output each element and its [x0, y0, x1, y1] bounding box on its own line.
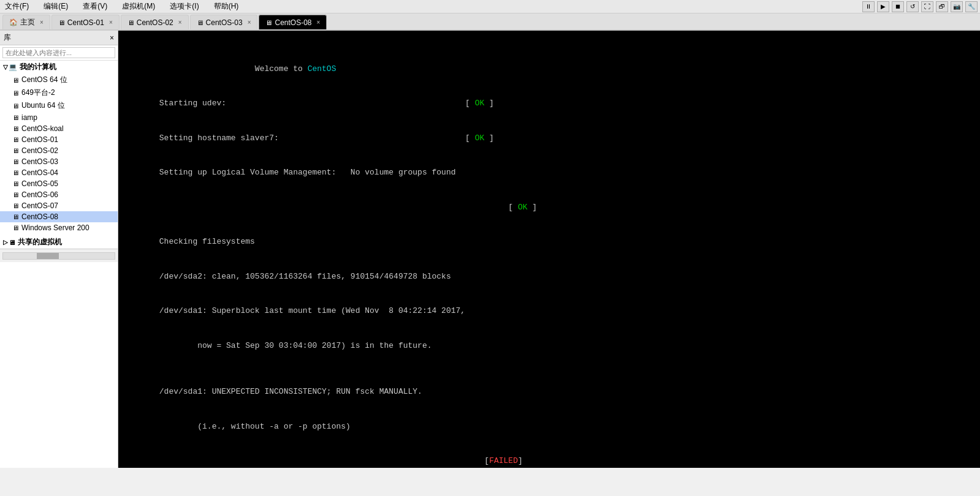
vm-list-icon: 🖥 — [12, 224, 19, 231]
sidebar-item-label: CentOS 64 位 — [21, 75, 67, 85]
tab-centos01[interactable]: 🖥 CentOS-01 × — [51, 15, 120, 29]
sidebar-item-label: iamp — [21, 113, 37, 122]
sidebar-item-winserver[interactable]: 🖥 Windows Server 200 — [0, 222, 118, 233]
failed-text: FAILED — [489, 456, 518, 465]
sidebar-item-label: CentOS-06 — [21, 190, 58, 199]
sidebar-scrollbar-thumb[interactable] — [37, 253, 59, 259]
tab-centos03-label: CentOS-03 — [206, 18, 243, 27]
sidebar-item-label: Windows Server 200 — [21, 224, 89, 232]
sidebar-item-649[interactable]: 🖥 649平台-2 — [0, 86, 118, 99]
titlebar-toolbar-icons: ⏸ ▶ ⏹ ↺ ⛶ 🗗 📷 🔧 — [862, 1, 978, 12]
sidebar: 库 × ▽ 💻 我的计算机 🖥 CentOS 64 位 🖥 649平台-2 🖥 … — [0, 31, 118, 468]
vm-list-icon: 🖥 — [12, 147, 19, 154]
sidebar-item-centos07[interactable]: 🖥 CentOS-07 — [0, 200, 118, 211]
sidebar-item-centos04[interactable]: 🖥 CentOS-04 — [0, 167, 118, 178]
console-line — [131, 40, 968, 52]
vm-icon-02: 🖥 — [127, 19, 134, 26]
ok-text: OK — [475, 133, 485, 143]
toolbar-icon-window[interactable]: 🗗 — [936, 1, 948, 12]
tab-centos01-label: CentOS-01 — [67, 18, 104, 27]
tab-centos03[interactable]: 🖥 CentOS-03 × — [190, 15, 258, 29]
tab-home-close[interactable]: × — [40, 19, 44, 26]
menu-tab[interactable]: 选项卡(I) — [167, 0, 201, 13]
sidebar-item-centos-koal[interactable]: 🖥 CentOS-koal — [0, 123, 118, 134]
sidebar-item-label: CentOS-05 — [21, 179, 58, 188]
menu-file[interactable]: 文件(F) — [2, 0, 31, 13]
sidebar-root-label: 我的计算机 — [20, 62, 56, 72]
toolbar-icon-fullscreen[interactable]: ⛶ — [921, 1, 933, 12]
tabbar: 🏠 主页 × 🖥 CentOS-01 × 🖥 CentOS-02 × 🖥 Cen… — [0, 13, 980, 31]
sidebar-item-label: CentOS-03 — [21, 157, 58, 166]
vm-list-icon: 🖥 — [12, 77, 19, 84]
sidebar-item-label: CentOS-08 — [21, 212, 58, 221]
menu-vm[interactable]: 虚拟机(M) — [120, 0, 158, 13]
ok-text: OK — [475, 99, 485, 108]
toolbar-icon-reset[interactable]: ↺ — [906, 1, 919, 12]
sidebar-item-iamp[interactable]: 🖥 iamp — [0, 112, 118, 123]
menu-edit[interactable]: 编辑(E) — [41, 0, 70, 13]
console-lvm-line: Setting up Logical Volume Management: No… — [131, 156, 968, 190]
sidebar-item-centos05[interactable]: 🖥 CentOS-05 — [0, 178, 118, 189]
sidebar-item-label: CentOS-07 — [21, 201, 58, 210]
sidebar-search-area — [0, 45, 118, 61]
console-sda2-line: /dev/sda2: clean, 105362/1163264 files, … — [131, 260, 968, 295]
sidebar-item-centos02[interactable]: 🖥 CentOS-02 — [0, 145, 118, 156]
console-inconsistency-line: /dev/sda1: UNEXPECTED INCONSISTENCY; RUN… — [131, 375, 968, 410]
sidebar-item-centos08[interactable]: 🖥 CentOS-08 — [0, 211, 118, 222]
vm-icon-03: 🖥 — [197, 19, 203, 26]
tab-centos08-close[interactable]: × — [317, 19, 321, 26]
toolbar-icon-manage[interactable]: 🔧 — [965, 1, 978, 12]
ok-text: OK — [518, 203, 528, 212]
console-sda1-superblock-line: /dev/sda1: Superblock last mount time (W… — [131, 295, 968, 329]
vm-list-icon: 🖥 — [12, 202, 19, 209]
tab-centos03-close[interactable]: × — [248, 19, 251, 26]
console-options-line: (i.e., without -a or -p options) — [131, 410, 968, 445]
sidebar-item-shared[interactable]: ▷ 🖥 共享的虚拟机 — [0, 236, 118, 249]
main-area: 库 × ▽ 💻 我的计算机 🖥 CentOS 64 位 🖥 649平台-2 🖥 … — [0, 31, 980, 468]
sidebar-item-label: CentOS-01 — [21, 135, 58, 144]
sidebar-item-centos06[interactable]: 🖥 CentOS-06 — [0, 189, 118, 200]
sidebar-search-input[interactable] — [2, 47, 115, 58]
sidebar-root-my-computer[interactable]: ▽ 💻 我的计算机 — [0, 61, 118, 73]
menu-view[interactable]: 查看(V) — [80, 0, 110, 13]
computer-icon: 💻 — [9, 63, 17, 71]
vm-list-icon: 🖥 — [12, 158, 19, 165]
console-output[interactable]: Welcome to CentOS Starting udev: [ OK ] … — [118, 31, 980, 468]
tab-centos02[interactable]: 🖥 CentOS-02 × — [121, 15, 189, 29]
sidebar-title: 库 — [4, 32, 11, 43]
sidebar-item-ubuntu64[interactable]: 🖥 Ubuntu 64 位 — [0, 99, 118, 112]
console-sda1-now-line: now = Sat Sep 30 03:04:00 2017) is in th… — [131, 329, 968, 364]
tab-centos08[interactable]: 🖥 CentOS-08 × — [259, 15, 327, 29]
sidebar-item-centos03[interactable]: 🖥 CentOS-03 — [0, 156, 118, 167]
tab-centos02-close[interactable]: × — [178, 19, 182, 26]
sidebar-item-label: Ubuntu 64 位 — [21, 100, 65, 111]
welcome-prefix: Welcome to — [159, 64, 308, 73]
sidebar-item-label: CentOS-04 — [21, 168, 58, 177]
vm-icon-08: 🖥 — [265, 19, 272, 26]
sidebar-scrollbar[interactable] — [2, 252, 115, 260]
toolbar-icon-stop[interactable]: ⏹ — [892, 1, 904, 12]
console-lvm-ok-line: [ OK ] — [131, 190, 968, 225]
vm-list-icon: 🖥 — [12, 213, 19, 220]
sidebar-item-centos64[interactable]: 🖥 CentOS 64 位 — [0, 73, 118, 86]
sidebar-close-icon[interactable]: × — [110, 34, 114, 42]
tab-home[interactable]: 🏠 主页 × — [2, 15, 50, 29]
vm-list-icon: 🖥 — [12, 180, 19, 187]
toolbar-icon-pause[interactable]: ⏸ — [862, 1, 875, 12]
vm-list-icon: 🖥 — [12, 114, 19, 121]
tree-toggle-root: ▽ — [2, 64, 9, 70]
sidebar-item-centos01[interactable]: 🖥 CentOS-01 — [0, 134, 118, 145]
centos-text: CentOS — [308, 64, 336, 73]
home-icon: 🏠 — [9, 18, 18, 26]
vm-icon-01: 🖥 — [58, 19, 65, 26]
tab-centos08-label: CentOS-08 — [275, 18, 311, 27]
tab-home-label: 主页 — [20, 17, 35, 28]
vm-list-icon: 🖥 — [12, 191, 19, 198]
tab-centos01-close[interactable]: × — [109, 19, 113, 26]
titlebar: 文件(F) 编辑(E) 查看(V) 虚拟机(M) 选项卡(I) 帮助(H) ⏸ … — [0, 0, 980, 13]
console-check-fs-line: Checking filesystems — [131, 225, 968, 260]
vm-list-icon: 🖥 — [12, 136, 19, 143]
toolbar-icon-snapshot[interactable]: 📷 — [951, 1, 963, 12]
toolbar-icon-play[interactable]: ▶ — [877, 1, 889, 12]
menu-help[interactable]: 帮助(H) — [211, 0, 241, 13]
